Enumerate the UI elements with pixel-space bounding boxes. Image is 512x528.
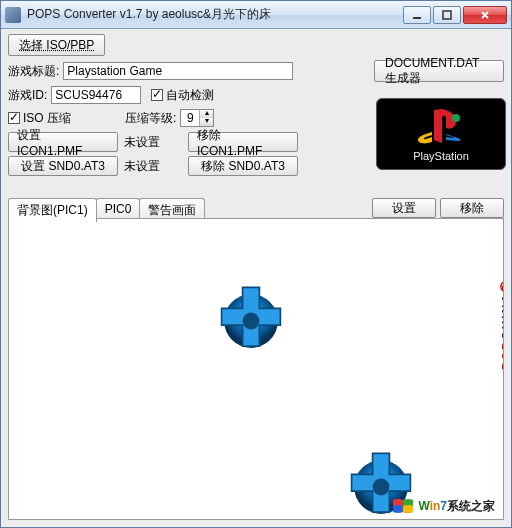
svg-rect-1 — [443, 11, 451, 19]
svg-point-4 — [243, 313, 260, 330]
autodetect-checkbox[interactable] — [151, 89, 163, 101]
svg-rect-0 — [413, 17, 421, 19]
preview-area: PSPCHINA⎋ Win7系统之家 — [9, 219, 503, 519]
icon1-status: 未设置 — [124, 134, 184, 151]
maximize-button[interactable] — [433, 6, 461, 24]
window-title: POPS Converter v1.7 by aeolusc&月光下的床 — [27, 6, 403, 23]
playstation-logo: PlayStation — [376, 98, 506, 170]
tab-set-button[interactable]: 设置 — [372, 198, 436, 218]
close-button[interactable] — [463, 6, 507, 24]
set-snd0-button[interactable]: 设置 SND0.AT3 — [8, 156, 118, 176]
select-iso-button[interactable]: 选择 ISO/PBP — [8, 34, 105, 56]
remove-icon1-button[interactable]: 移除 ICON1.PMF — [188, 132, 298, 152]
remove-snd0-button[interactable]: 移除 SND0.AT3 — [188, 156, 298, 176]
svg-point-6 — [373, 479, 390, 496]
set-icon1-button[interactable]: 设置 ICON1.PMF — [8, 132, 118, 152]
windows-flag-icon — [392, 497, 414, 515]
preview-pane: PSPCHINA⎋ Win7系统之家 — [8, 218, 504, 520]
pspchina-watermark: PSPCHINA⎋ — [495, 279, 503, 370]
titlebar[interactable]: POPS Converter v1.7 by aeolusc&月光下的床 — [1, 1, 511, 29]
iso-compress-checkbox[interactable] — [8, 112, 20, 124]
iso-compress-label: ISO 压缩 — [23, 110, 71, 127]
autodetect-label: 自动检测 — [166, 87, 214, 104]
snd0-status: 未设置 — [124, 158, 184, 175]
playstation-text: PlayStation — [413, 150, 469, 162]
client-area: 选择 ISO/PBP 游戏标题: DOCUMENT.DAT 生成器 游戏ID: … — [2, 30, 510, 526]
game-title-input[interactable] — [63, 62, 293, 80]
dpad-icon — [209, 279, 293, 363]
tab-remove-button[interactable]: 移除 — [440, 198, 504, 218]
compress-level-label: 压缩等级: — [125, 110, 176, 127]
game-id-input[interactable] — [51, 86, 141, 104]
compress-level-spinner[interactable]: ▴▾ — [180, 109, 214, 127]
game-title-label: 游戏标题: — [8, 63, 59, 80]
footer-watermark: Win7系统之家 — [392, 497, 495, 515]
minimize-button[interactable] — [403, 6, 431, 24]
compress-level-value[interactable] — [181, 111, 199, 125]
game-id-label: 游戏ID: — [8, 87, 47, 104]
app-icon — [5, 7, 21, 23]
document-dat-button[interactable]: DOCUMENT.DAT 生成器 — [374, 60, 504, 82]
tab-pic1[interactable]: 背景图(PIC1) — [8, 198, 97, 222]
spin-down-icon[interactable]: ▾ — [199, 118, 213, 126]
svg-point-2 — [452, 114, 460, 122]
window-controls — [403, 6, 507, 24]
app-window: POPS Converter v1.7 by aeolusc&月光下的床 选择 … — [0, 0, 512, 528]
ps-logo-icon — [416, 106, 466, 146]
